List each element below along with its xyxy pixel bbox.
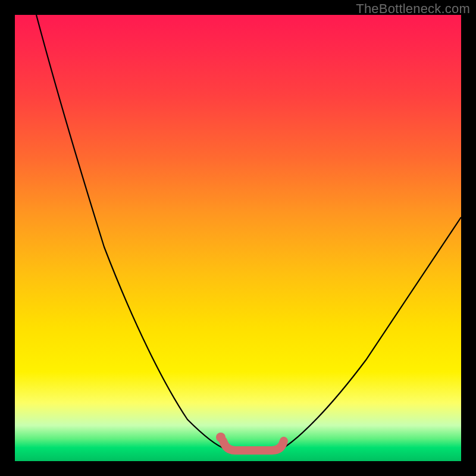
valley-marker-line [223, 441, 284, 450]
chart-svg [15, 15, 461, 461]
left-curve-line [36, 15, 226, 449]
right-curve-line [281, 217, 461, 449]
chart-plot-area [15, 15, 461, 461]
watermark-text: TheBottleneck.com [356, 1, 470, 17]
